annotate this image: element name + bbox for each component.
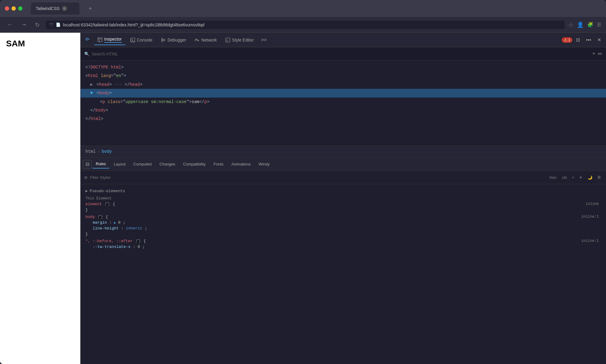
colon: : — [109, 220, 114, 225]
browser-window: TailwindCSS × + ← → ↻ 🛡 📄 localhost:6334… — [0, 0, 606, 364]
style-tab-compatibility[interactable]: Compatibility — [179, 160, 209, 168]
light-mode-button[interactable]: ☀ — [578, 175, 584, 180]
inspector-tab-label: Inspector — [104, 37, 122, 43]
url-text: localhost:63342/tailwind-lab/index.html?… — [63, 22, 205, 27]
tab-style-editor[interactable]: {} Style Editor — [222, 36, 258, 44]
style-tab-computed[interactable]: Computed — [130, 160, 155, 168]
tree-body-close[interactable]: </body> — [81, 106, 606, 115]
css-rule-element: element ⚙ { inline } — [81, 201, 606, 213]
body-settings-icon[interactable]: ⚙ — [98, 215, 102, 219]
pseudo-elements-section[interactable]: ▶ Pseudo-elements — [81, 187, 606, 195]
style-panel-icon[interactable]: ⊟ — [83, 160, 92, 169]
tree-p-element[interactable]: <p class="uppercase sm:normal-case">sam<… — [81, 98, 606, 106]
breadcrumb-body[interactable]: body — [102, 149, 112, 154]
css-rules-panel: ▶ Pseudo-elements This Element element ⚙… — [81, 184, 606, 364]
forward-button[interactable]: → — [19, 20, 29, 29]
search-actions: + ✏ — [592, 51, 602, 57]
url-bar-input[interactable]: 🛡 📄 localhost:63342/tailwind-lab/index.h… — [46, 21, 565, 29]
filter-input[interactable] — [90, 175, 545, 180]
reload-button[interactable]: ↻ — [33, 20, 42, 29]
css-rule-body: body ⚙ { inline:1 margin : ▶ 0 ; line-he… — [81, 214, 606, 237]
tab-inspector[interactable]: Inspector — [94, 35, 125, 45]
semicolon2: ; — [145, 226, 147, 231]
breadcrumb-html[interactable]: html — [85, 149, 96, 154]
css-rule-selector-universal: *, ::before, ::after ⚙ { inline:1 — [81, 238, 606, 244]
universal-settings-icon[interactable]: ⚙ — [136, 239, 140, 243]
minimize-traffic-light[interactable] — [12, 6, 16, 11]
breadcrumb: html › body — [81, 145, 606, 158]
tree-html-close[interactable]: </html> — [81, 115, 606, 123]
page-sam-text: SAM — [6, 39, 25, 48]
tree-body-open[interactable]: ▼ <body> — [81, 89, 606, 97]
maximize-traffic-light[interactable] — [18, 6, 22, 11]
bookmark-icon[interactable]: ☆ — [568, 22, 573, 28]
tab-title: TailwindCSS — [36, 6, 60, 11]
body-selector: body — [85, 215, 95, 219]
semicolon: ; — [123, 220, 125, 225]
back-button[interactable]: ← — [5, 20, 15, 29]
url-bar: ← → ↻ 🛡 📄 localhost:63342/tailwind-lab/i… — [0, 17, 606, 33]
element-settings-icon[interactable]: ⚙ — [105, 202, 109, 206]
margin-prop: margin — [93, 220, 107, 225]
browser-tab[interactable]: TailwindCSS × — [31, 2, 79, 15]
search-bar: 🔍 + ✏ — [81, 47, 606, 61]
cls-button[interactable]: .cls — [560, 175, 568, 180]
semicolon3: ; — [142, 245, 145, 249]
element-picker-button[interactable] — [83, 35, 93, 45]
extensions-icon[interactable]: 🧩 — [587, 22, 593, 28]
style-tabs: ⊟ Rules Layout Computed Changes Compatib… — [81, 158, 606, 171]
overflow-menu-button[interactable]: ••• — [584, 36, 594, 44]
style-tab-animations[interactable]: Animations — [228, 160, 254, 168]
css-prop-margin: margin : ▶ 0 ; — [81, 220, 606, 225]
css-closing-brace: } — [81, 207, 606, 213]
add-rule-button[interactable]: + — [571, 175, 575, 180]
page-content: SAM — [0, 33, 80, 364]
tab-network[interactable]: Network — [191, 36, 220, 44]
open-brace-universal: { — [144, 239, 146, 243]
add-node-button[interactable]: + — [592, 51, 595, 57]
pseudo-elements-label: Pseudo-elements — [90, 189, 125, 193]
style-tab-layout[interactable]: Layout — [110, 160, 129, 168]
title-bar: TailwindCSS × + — [0, 0, 606, 17]
dark-mode-button[interactable]: 🌙 — [586, 175, 594, 180]
pick-element-button[interactable]: ✏ — [598, 51, 602, 57]
tree-doctype[interactable]: <!DOCTYPE html> — [81, 63, 606, 72]
search-input[interactable] — [92, 52, 590, 56]
tree-html-open[interactable]: <html lang="en"> — [81, 72, 606, 80]
tab-console[interactable]: Console — [127, 36, 156, 44]
css-prop-tw-translate: --tw-translate-x : 0 ; — [81, 244, 606, 250]
html-tree[interactable]: <!DOCTYPE html> <html lang="en"> ▶ <head… — [81, 61, 606, 145]
profile-icon[interactable]: 👤 — [577, 22, 584, 28]
style-tab-windy[interactable]: Windy — [255, 160, 273, 168]
style-tab-fonts[interactable]: Fonts — [210, 160, 227, 168]
line-height-prop: line-height — [93, 226, 119, 231]
tree-head[interactable]: ▶ <head> ··· </head> — [81, 80, 606, 89]
print-button[interactable]: 🖹 — [596, 175, 602, 180]
hov-button[interactable]: :hov — [548, 175, 558, 180]
dock-button[interactable]: ⊟ — [574, 36, 582, 44]
style-tab-rules[interactable]: Rules — [92, 160, 109, 169]
search-icon: 🔍 — [84, 52, 89, 56]
tab-close-button[interactable]: × — [62, 6, 67, 11]
tw-translate-prop: --tw-translate-x — [93, 245, 131, 249]
close-devtools-button[interactable]: ✕ — [595, 36, 604, 44]
debugger-tab-label: Debugger — [168, 38, 186, 42]
element-selector: element — [85, 202, 102, 206]
more-tools-button[interactable]: >> — [258, 36, 269, 44]
svg-rect-0 — [86, 38, 88, 40]
new-tab-button[interactable]: + — [85, 4, 95, 13]
this-element-label: This Element — [81, 195, 606, 201]
menu-icon[interactable]: ☰ — [597, 22, 601, 28]
colon3: : — [133, 245, 138, 249]
error-badge[interactable]: ⚠ 1 — [562, 37, 573, 43]
css-rule-selector-element: element ⚙ { inline — [81, 201, 606, 207]
close-traffic-light[interactable] — [5, 6, 9, 11]
svg-rect-2 — [98, 38, 102, 42]
css-rule-selector-body: body ⚙ { inline:1 — [81, 214, 606, 220]
style-tab-changes[interactable]: Changes — [156, 160, 179, 168]
devtools-toolbar: Inspector Console Debugger — [81, 33, 606, 47]
arrow-icon: ▶ — [114, 221, 116, 225]
body-source: inline:1 — [581, 215, 599, 219]
filter-actions: :hov .cls + ☀ 🌙 🖹 — [548, 175, 602, 180]
tab-debugger[interactable]: Debugger — [157, 36, 190, 44]
